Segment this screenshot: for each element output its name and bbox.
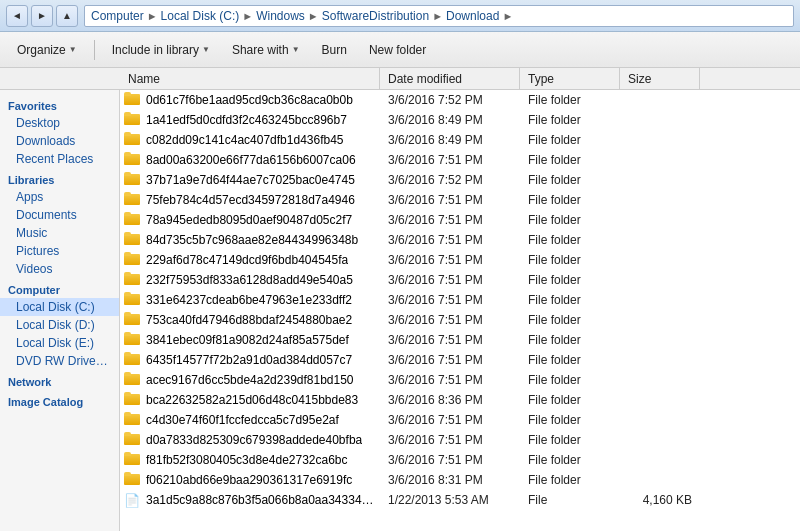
col-header-name[interactable]: Name — [120, 68, 380, 89]
file-date: 3/6/2016 8:49 PM — [380, 133, 520, 147]
table-row[interactable]: 37b71a9e7d64f44ae7c7025bac0e47453/6/2016… — [120, 170, 800, 190]
col-header-type[interactable]: Type — [520, 68, 620, 89]
table-row[interactable]: 8ad00a63200e66f77da6156b6007ca063/6/2016… — [120, 150, 800, 170]
breadcrumb-softwaredist[interactable]: SoftwareDistribution — [322, 9, 429, 23]
sidebar-item-local-disk-e[interactable]: Local Disk (E:) — [0, 334, 119, 352]
folder-icon — [124, 472, 142, 488]
sidebar-item-music[interactable]: Music — [0, 224, 119, 242]
table-row[interactable]: acec9167d6cc5bde4a2d239df81bd1503/6/2016… — [120, 370, 800, 390]
folder-icon — [124, 332, 142, 348]
file-name: 1a41edf5d0cdfd3f2c463245bcc896b7 — [146, 113, 347, 127]
table-row[interactable]: 0d61c7f6be1aad95cd9cb36c8aca0b0b3/6/2016… — [120, 90, 800, 110]
share-with-button[interactable]: Share with ▼ — [223, 39, 309, 61]
table-row[interactable]: bca22632582a215d06d48c0415bbde833/6/2016… — [120, 390, 800, 410]
sidebar-item-local-disk-c[interactable]: Local Disk (C:) — [0, 298, 119, 316]
content-area[interactable]: 0d61c7f6be1aad95cd9cb36c8aca0b0b3/6/2016… — [120, 90, 800, 531]
new-folder-button[interactable]: New folder — [360, 39, 435, 61]
sidebar-item-videos[interactable]: Videos — [0, 260, 119, 278]
include-in-library-button[interactable]: Include in library ▼ — [103, 39, 219, 61]
table-row[interactable]: f81fb52f3080405c3d8e4de2732ca6bc3/6/2016… — [120, 450, 800, 470]
breadcrumb[interactable]: Computer ► Local Disk (C:) ► Windows ► S… — [84, 5, 794, 27]
table-row[interactable]: d0a7833d825309c679398addede40bfba3/6/201… — [120, 430, 800, 450]
new-folder-label: New folder — [369, 43, 426, 57]
sidebar-item-local-disk-d[interactable]: Local Disk (D:) — [0, 316, 119, 334]
file-type: File folder — [520, 153, 620, 167]
folder-icon — [124, 452, 142, 468]
folder-icon — [124, 272, 142, 288]
file-type: File folder — [520, 413, 620, 427]
folder-icon — [124, 192, 142, 208]
sidebar-section-favorites[interactable]: Favorites — [0, 94, 119, 114]
sidebar-section-libraries[interactable]: Libraries — [0, 168, 119, 188]
folder-icon — [124, 172, 142, 188]
breadcrumb-localc[interactable]: Local Disk (C:) — [161, 9, 240, 23]
sidebar-item-documents[interactable]: Documents — [0, 206, 119, 224]
file-name: 6435f14577f72b2a91d0ad384dd057c7 — [146, 353, 352, 367]
table-row[interactable]: 1a41edf5d0cdfd3f2c463245bcc896b73/6/2016… — [120, 110, 800, 130]
table-row[interactable]: 78a945ededb8095d0aef90487d05c2f73/6/2016… — [120, 210, 800, 230]
table-row[interactable]: 6435f14577f72b2a91d0ad384dd057c73/6/2016… — [120, 350, 800, 370]
table-row[interactable]: 📄3a1d5c9a88c876b3f5a066b8a0aa34334b3...1… — [120, 490, 800, 510]
file-name: 78a945ededb8095d0aef90487d05c2f7 — [146, 213, 352, 227]
file-name: c4d30e74f60f1fccfedcca5c7d95e2af — [146, 413, 339, 427]
breadcrumb-download[interactable]: Download — [446, 9, 499, 23]
table-row[interactable]: 84d735c5b7c968aae82e84434996348b3/6/2016… — [120, 230, 800, 250]
col-header-date[interactable]: Date modified — [380, 68, 520, 89]
sidebar-item-downloads[interactable]: Downloads — [0, 132, 119, 150]
burn-button[interactable]: Burn — [313, 39, 356, 61]
table-row[interactable]: c4d30e74f60f1fccfedcca5c7d95e2af3/6/2016… — [120, 410, 800, 430]
breadcrumb-windows[interactable]: Windows — [256, 9, 305, 23]
sidebar: Favorites Desktop Downloads Recent Place… — [0, 90, 120, 531]
file-name: 232f75953df833a6128d8add49e540a5 — [146, 273, 353, 287]
sidebar-item-desktop[interactable]: Desktop — [0, 114, 119, 132]
include-in-library-label: Include in library — [112, 43, 199, 57]
file-name: 84d735c5b7c968aae82e84434996348b — [146, 233, 358, 247]
organize-arrow: ▼ — [69, 45, 77, 54]
file-size: 4,160 KB — [620, 493, 700, 507]
table-row[interactable]: 331e64237cdeab6be47963e1e233dff23/6/2016… — [120, 290, 800, 310]
up-button[interactable]: ▲ — [56, 5, 78, 27]
breadcrumb-computer[interactable]: Computer — [91, 9, 144, 23]
organize-button[interactable]: Organize ▼ — [8, 39, 86, 61]
file-name: 3a1d5c9a88c876b3f5a066b8a0aa34334b3... — [146, 493, 380, 507]
file-date: 1/22/2013 5:53 AM — [380, 493, 520, 507]
file-date: 3/6/2016 7:51 PM — [380, 353, 520, 367]
table-row[interactable]: 75feb784c4d57ecd345972818d7a49463/6/2016… — [120, 190, 800, 210]
table-row[interactable]: 229af6d78c47149dcd9f6bdb404545fa3/6/2016… — [120, 250, 800, 270]
file-date: 3/6/2016 7:51 PM — [380, 413, 520, 427]
col-header-size[interactable]: Size — [620, 68, 700, 89]
back-button[interactable]: ◄ — [6, 5, 28, 27]
folder-icon — [124, 312, 142, 328]
file-date: 3/6/2016 7:51 PM — [380, 433, 520, 447]
folder-icon — [124, 152, 142, 168]
file-name: acec9167d6cc5bde4a2d239df81bd150 — [146, 373, 354, 387]
sidebar-section-network[interactable]: Network — [0, 370, 119, 390]
folder-icon — [124, 232, 142, 248]
table-row[interactable]: f06210abd66e9baa290361317e6919fc3/6/2016… — [120, 470, 800, 490]
file-type: File folder — [520, 473, 620, 487]
folder-icon — [124, 372, 142, 388]
file-type: File folder — [520, 193, 620, 207]
sidebar-item-recent-places[interactable]: Recent Places — [0, 150, 119, 168]
file-type: File folder — [520, 93, 620, 107]
table-row[interactable]: c082dd09c141c4ac407dfb1d436fb453/6/2016 … — [120, 130, 800, 150]
forward-button[interactable]: ► — [31, 5, 53, 27]
sidebar-item-pictures[interactable]: Pictures — [0, 242, 119, 260]
file-date: 3/6/2016 7:51 PM — [380, 193, 520, 207]
file-name: 3841ebec09f81a9082d24af85a575def — [146, 333, 349, 347]
table-row[interactable]: 753ca40fd47946d88bdaf2454880bae23/6/2016… — [120, 310, 800, 330]
nav-buttons: ◄ ► ▲ — [6, 5, 78, 27]
file-type: File folder — [520, 213, 620, 227]
table-row[interactable]: 232f75953df833a6128d8add49e540a53/6/2016… — [120, 270, 800, 290]
file-name: 331e64237cdeab6be47963e1e233dff2 — [146, 293, 352, 307]
file-type: File — [520, 493, 620, 507]
sidebar-section-image-catalog[interactable]: Image Catalog — [0, 390, 119, 410]
file-date: 3/6/2016 7:51 PM — [380, 273, 520, 287]
sidebar-item-dvd-rw[interactable]: DVD RW Drive (F:) xx — [0, 352, 119, 370]
file-type: File folder — [520, 173, 620, 187]
sidebar-section-computer[interactable]: Computer — [0, 278, 119, 298]
sidebar-item-apps[interactable]: Apps — [0, 188, 119, 206]
file-date: 3/6/2016 8:31 PM — [380, 473, 520, 487]
table-row[interactable]: 3841ebec09f81a9082d24af85a575def3/6/2016… — [120, 330, 800, 350]
main-layout: Favorites Desktop Downloads Recent Place… — [0, 90, 800, 531]
